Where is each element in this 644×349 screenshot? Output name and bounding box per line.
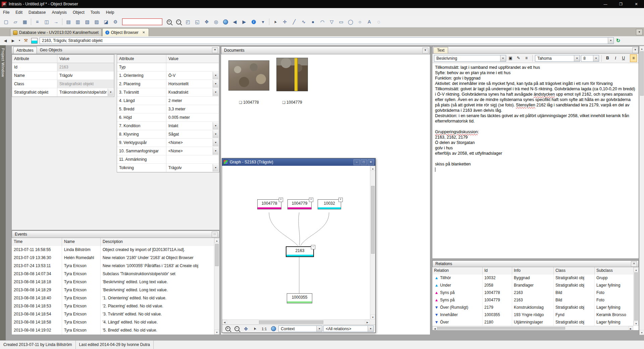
open-project-icon[interactable]: ▱ — [11, 17, 20, 26]
event-row[interactable]: 2013-07-24 13:53:11Tyra EricsonNew relat… — [12, 262, 214, 270]
close-icon[interactable]: ✕ — [631, 261, 637, 267]
chevron-down-icon[interactable]: ▾ — [368, 326, 373, 332]
back-icon[interactable]: ◀ — [230, 17, 239, 26]
scroll-up-icon[interactable]: ▲ — [370, 166, 375, 171]
scroll-down-icon[interactable]: ▼ — [634, 321, 639, 326]
find-on-map-icon[interactable]: ◌ — [374, 17, 383, 26]
graph-node-1000355[interactable]: 1000355 — [287, 293, 312, 303]
relation-row[interactable]: ▲Tillhör10032ByggnadStratigrafiskt objGr… — [432, 275, 633, 282]
attribute-value[interactable]: 3,3 meter — [166, 105, 219, 113]
scroll-right-icon[interactable]: ▶ — [628, 326, 633, 330]
attribute-value[interactable] — [166, 155, 219, 164]
expand-icon[interactable]: + — [338, 198, 343, 202]
event-row[interactable]: 2013-07-11 16:58:55Linda BillströmObject… — [12, 246, 214, 254]
history-dropdown-icon[interactable]: ▾ — [17, 37, 21, 44]
menu-object[interactable]: Object — [70, 9, 88, 16]
project-window-tab[interactable]: Project Window — [0, 45, 6, 340]
back-button[interactable]: ◀ — [2, 37, 9, 44]
draw-circle-icon[interactable]: ◯ — [346, 17, 355, 26]
attribute-value[interactable]: 2 meter — [166, 97, 219, 105]
document-thumbnail[interactable] — [276, 58, 308, 91]
chevron-down-icon[interactable]: ▾ — [593, 55, 599, 61]
collapse-icon[interactable]: − — [311, 245, 315, 249]
scroll-up-icon[interactable]: ▲ — [214, 238, 219, 243]
dropdown-arrow-icon[interactable]: ▾ — [213, 139, 218, 146]
font-size-selector[interactable]: 8 ▾ — [581, 55, 599, 62]
dropdown-arrow-icon[interactable]: ▾ — [213, 122, 218, 130]
tab-close-icon[interactable]: ✕ — [142, 31, 146, 34]
save-icon[interactable]: ▦ — [20, 17, 29, 26]
spellcheck-toggle-icon[interactable]: ≡ — [630, 54, 637, 62]
tab-object-browser[interactable]: iObject Browser✕ — [102, 28, 149, 36]
menu-tools[interactable]: Tools — [88, 9, 103, 16]
relation-row[interactable]: ▼Över (Rumsligt)2179KonstruktionslagStra… — [432, 304, 633, 311]
event-row[interactable]: 2013-08-08 14:18:29Tyra Ericson'Beskrivn… — [12, 286, 214, 294]
select-cursor-icon[interactable]: ➤ — [271, 17, 280, 26]
chevron-down-icon[interactable]: ▾ — [608, 38, 613, 44]
dropdown-arrow-icon[interactable]: ▾ — [213, 147, 218, 155]
maximize-button[interactable]: ❐ — [613, 0, 629, 8]
attribute-table-icon[interactable]: ▤ — [64, 17, 73, 26]
print-text-icon[interactable]: ≡ — [523, 54, 530, 62]
print-preview-icon[interactable]: ◫ — [42, 17, 51, 26]
collapse-icon[interactable]: □ — [212, 232, 218, 237]
chevron-down-icon[interactable]: ▾ — [500, 55, 506, 61]
relation-row[interactable]: ▲Syns på10047792163BildFoto — [432, 297, 633, 304]
menu-edit[interactable]: Edit — [12, 9, 25, 16]
draw-rect-icon[interactable]: ▭ — [337, 17, 345, 26]
relation-row[interactable]: ▼Innehåller1000355193 Yngre rödgoFyndKer… — [432, 311, 633, 319]
graph-mode-select[interactable]: Context ▾ — [278, 326, 322, 332]
zoom-out-icon[interactable] — [174, 17, 183, 26]
event-row[interactable]: 2013-08-08 14:18:54Tyra Ericson'3. Tvärs… — [12, 310, 214, 318]
draw-arc-icon[interactable]: ◠ — [318, 17, 327, 26]
scrollbar-thumb[interactable] — [640, 51, 644, 96]
attribute-row-8-klyvning[interactable]: 8. KlyvningSågat▾ — [117, 130, 219, 139]
filter-icon[interactable]: ▼ — [212, 47, 218, 53]
scroll-left-icon[interactable]: ◀ — [222, 320, 227, 325]
maximize-button[interactable]: □ — [361, 159, 367, 165]
close-button[interactable]: ✕ — [368, 159, 374, 165]
scrollbar-thumb[interactable] — [259, 320, 323, 324]
dropdown-arrow-icon[interactable]: ▾ — [213, 131, 218, 138]
attribute-row-name[interactable]: NameTrägolv — [12, 71, 114, 80]
scroll-down-icon[interactable]: ▼ — [214, 330, 219, 335]
attribute-value[interactable]: Träkonstruktion/stolpe/stör▾ — [57, 88, 114, 97]
edit-text-icon[interactable]: ✎ — [515, 54, 522, 62]
relation-row[interactable]: ▲Syns på10047782163BildFoto — [432, 289, 633, 297]
attribute-value[interactable]: 0.005 meter — [166, 113, 219, 122]
attribute-row-10-sammanfogningar[interactable]: 10. Sammanfogningar<None>▾ — [117, 147, 219, 155]
attribute-value[interactable]: Stratigrafiskt objekt — [57, 80, 114, 88]
scroll-down-icon[interactable]: ▼ — [370, 314, 375, 319]
document-label[interactable]: ❏1004778 — [228, 100, 269, 105]
filter-icon[interactable]: ▼ — [422, 48, 428, 53]
graph-node-10032[interactable]: 10032+ — [318, 199, 341, 209]
event-row[interactable]: 2013-08-08 14:18:58Tyra Ericson'4. Längd… — [12, 318, 214, 327]
menu-file[interactable]: File — [0, 9, 12, 16]
chevron-down-icon[interactable]: ▾ — [316, 326, 322, 332]
font-family-selector[interactable]: Tahoma ▾ — [535, 55, 580, 62]
attribute-value[interactable]: 2163 — [57, 63, 114, 71]
scroll-down-icon[interactable]: ▼ — [639, 330, 644, 335]
minimize-button[interactable]: − — [354, 159, 360, 165]
graph-node-1004779[interactable]: 1004779+ — [287, 199, 312, 209]
attribute-row-typ[interactable]: Typ — [117, 63, 219, 71]
draw-point-icon[interactable]: ● — [309, 17, 317, 26]
attribute-row-5-bredd[interactable]: 5. Bredd3,3 meter — [117, 105, 219, 113]
graph-relations-filter[interactable]: <All relations> ▾ — [323, 326, 374, 332]
graph-node-1004778[interactable]: 1004778+ — [257, 199, 281, 209]
draw-polygon-icon[interactable]: ▽ — [327, 17, 336, 26]
current-object-selector[interactable]: 2163, Trägolv, Stratigrafiskt objekt ▾ — [40, 37, 614, 44]
event-row[interactable]: 2013-08-08 14:18:40Tyra Ericson'1. Orien… — [12, 294, 214, 302]
new-file-icon[interactable]: ▢ — [2, 17, 10, 26]
expand-icon[interactable]: + — [309, 198, 313, 202]
scrollbar-thumb[interactable] — [634, 272, 638, 320]
event-row[interactable]: 2013-08-08 14:18:53Tyra Ericson'2. Place… — [12, 302, 214, 310]
pan-icon[interactable]: ✥ — [202, 17, 211, 26]
attribute-value[interactable]: <None>▾ — [166, 139, 219, 147]
underline-button[interactable]: U — [620, 54, 627, 62]
tab-text[interactable]: Text — [433, 47, 448, 53]
attribute-row-tolkning[interactable]: TolkningTrägolv▾ — [117, 164, 219, 172]
text-editor[interactable]: Tillkomstsätt: lagt i samband med uppför… — [432, 63, 639, 258]
draw-text-icon[interactable]: A — [365, 17, 374, 26]
dropdown-arrow-icon[interactable]: ▾ — [213, 80, 218, 88]
